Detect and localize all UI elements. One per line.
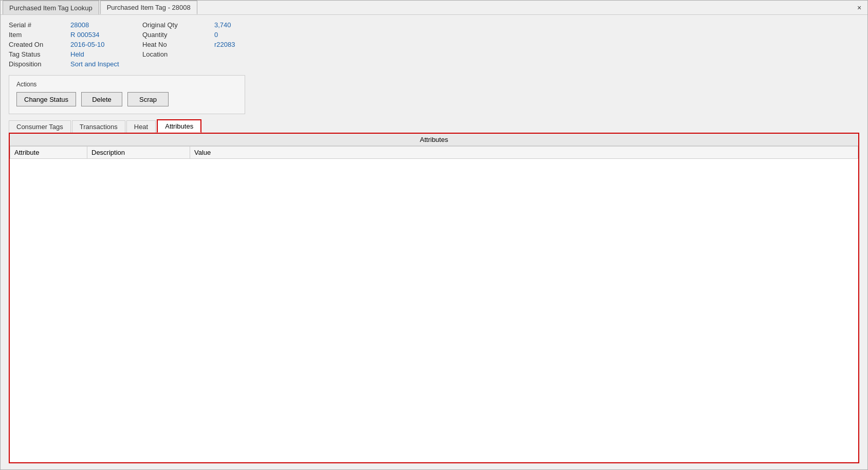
disposition-value[interactable]: Sort and Inspect — [70, 60, 142, 68]
attributes-panel: Attributes Attribute Description Value — [9, 133, 859, 463]
col-description: Description — [87, 147, 190, 159]
item-label: Item — [9, 31, 70, 39]
tab-label-active: Purchased Item Tag - 28008 — [107, 4, 191, 11]
quantity-label: Quantity — [142, 31, 214, 39]
actions-buttons: Change Status Delete Scrap — [16, 92, 237, 106]
tab-attributes[interactable]: Attributes — [157, 119, 201, 133]
actions-label: Actions — [16, 81, 237, 88]
location-value — [214, 50, 266, 58]
original-qty-value: 3,740 — [214, 21, 266, 29]
tab-purchased-item-tag-28008[interactable]: Purchased Item Tag - 28008 — [100, 1, 197, 14]
change-status-button[interactable]: Change Status — [16, 92, 76, 106]
main-window: Purchased Item Tag Lookup Purchased Item… — [0, 0, 868, 470]
attributes-table: Attribute Description Value — [10, 146, 858, 159]
tab-attributes-label: Attributes — [165, 122, 193, 130]
tag-status-label: Tag Status — [9, 50, 70, 58]
tab-consumer-tags[interactable]: Consumer Tags — [9, 120, 71, 133]
tag-status-value[interactable]: Held — [70, 50, 142, 58]
col-value: Value — [190, 147, 858, 159]
created-on-label: Created On — [9, 41, 70, 48]
serial-label: Serial # — [9, 21, 70, 29]
tab-transactions[interactable]: Transactions — [72, 120, 125, 133]
info-grid: Serial # 28008 Original Qty 3,740 Item R… — [9, 21, 859, 68]
heat-no-label: Heat No — [142, 41, 214, 48]
tab-consumer-tags-label: Consumer Tags — [16, 123, 63, 131]
serial-value[interactable]: 28008 — [70, 21, 142, 29]
tab-transactions-label: Transactions — [80, 123, 118, 131]
tab-area: Consumer Tags Transactions Heat Attribut… — [9, 119, 859, 463]
attributes-title: Attributes — [10, 134, 858, 146]
original-qty-label: Original Qty — [142, 21, 214, 29]
location-label: Location — [142, 50, 214, 58]
item-value[interactable]: R 000534 — [70, 31, 142, 39]
title-bar: Purchased Item Tag Lookup Purchased Item… — [1, 1, 867, 15]
disposition-label: Disposition — [9, 60, 70, 68]
quantity-value: 0 — [214, 31, 266, 39]
close-button[interactable]: × — [854, 3, 864, 13]
tab-heat-label: Heat — [134, 123, 148, 131]
tab-label-lookup: Purchased Item Tag Lookup — [9, 4, 93, 12]
tab-heat[interactable]: Heat — [126, 120, 156, 133]
col-attribute: Attribute — [10, 147, 87, 159]
tab-purchased-item-tag-lookup[interactable]: Purchased Item Tag Lookup — [3, 1, 99, 14]
inner-tabs-row: Consumer Tags Transactions Heat Attribut… — [9, 119, 859, 133]
actions-section: Actions Change Status Delete Scrap — [9, 75, 245, 114]
created-on-value[interactable]: 2016-05-10 — [70, 41, 142, 48]
heat-no-value: r22083 — [214, 41, 266, 48]
scrap-button[interactable]: Scrap — [127, 92, 169, 106]
main-content: Serial # 28008 Original Qty 3,740 Item R… — [1, 15, 867, 469]
delete-button[interactable]: Delete — [81, 92, 122, 106]
